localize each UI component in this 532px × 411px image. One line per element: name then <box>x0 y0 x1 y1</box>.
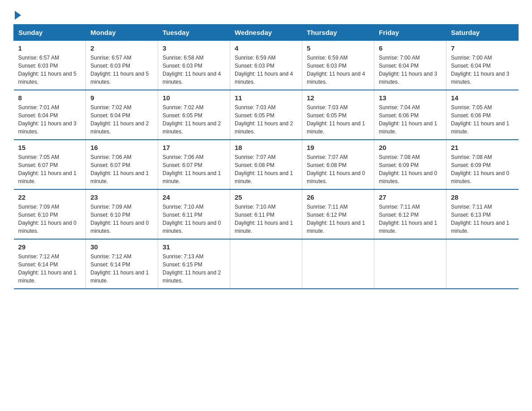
day-info: Sunrise: 7:05 AMSunset: 6:06 PMDaylight:… <box>451 104 509 135</box>
calendar-cell: 7 Sunrise: 7:00 AMSunset: 6:04 PMDayligh… <box>446 41 519 90</box>
day-info: Sunrise: 7:11 AMSunset: 6:12 PMDaylight:… <box>379 204 437 234</box>
day-number: 10 <box>163 94 225 102</box>
day-number: 13 <box>379 94 442 102</box>
calendar-cell: 19 Sunrise: 7:07 AMSunset: 6:08 PMDaylig… <box>302 140 374 189</box>
day-info: Sunrise: 7:00 AMSunset: 6:04 PMDaylight:… <box>451 55 509 85</box>
page-header <box>13 9 519 20</box>
day-number: 26 <box>307 193 369 201</box>
calendar-cell <box>446 239 519 289</box>
day-number: 28 <box>451 193 514 201</box>
day-info: Sunrise: 7:02 AMSunset: 6:04 PMDaylight:… <box>90 104 149 135</box>
calendar-cell <box>302 239 374 289</box>
calendar-cell: 11 Sunrise: 7:03 AMSunset: 6:05 PMDaylig… <box>230 90 302 140</box>
day-info: Sunrise: 7:00 AMSunset: 6:04 PMDaylight:… <box>379 55 437 85</box>
week-row-2: 8 Sunrise: 7:01 AMSunset: 6:04 PMDayligh… <box>14 90 519 140</box>
day-number: 8 <box>18 94 82 102</box>
day-info: Sunrise: 6:57 AMSunset: 6:03 PMDaylight:… <box>18 55 77 85</box>
weekday-header-wednesday: Wednesday <box>230 25 302 41</box>
calendar-cell: 20 Sunrise: 7:08 AMSunset: 6:09 PMDaylig… <box>374 140 446 189</box>
day-number: 16 <box>90 144 153 151</box>
weekday-header-sunday: Sunday <box>14 25 86 41</box>
day-info: Sunrise: 7:11 AMSunset: 6:13 PMDaylight:… <box>451 204 509 234</box>
calendar-cell: 3 Sunrise: 6:58 AMSunset: 6:03 PMDayligh… <box>158 41 230 90</box>
day-number: 6 <box>379 44 442 52</box>
day-info: Sunrise: 7:09 AMSunset: 6:10 PMDaylight:… <box>18 204 77 234</box>
calendar-cell: 17 Sunrise: 7:06 AMSunset: 6:07 PMDaylig… <box>158 140 230 189</box>
calendar-cell: 14 Sunrise: 7:05 AMSunset: 6:06 PMDaylig… <box>446 90 519 140</box>
weekday-header-tuesday: Tuesday <box>158 25 230 41</box>
week-row-3: 15 Sunrise: 7:05 AMSunset: 6:07 PMDaylig… <box>14 140 519 189</box>
weekday-header-row: SundayMondayTuesdayWednesdayThursdayFrid… <box>14 25 519 41</box>
calendar-cell: 25 Sunrise: 7:10 AMSunset: 6:11 PMDaylig… <box>230 189 302 239</box>
logo <box>13 9 21 20</box>
calendar-cell: 16 Sunrise: 7:06 AMSunset: 6:07 PMDaylig… <box>86 140 158 189</box>
day-info: Sunrise: 6:58 AMSunset: 6:03 PMDaylight:… <box>163 55 221 85</box>
day-number: 9 <box>90 94 153 102</box>
day-info: Sunrise: 7:13 AMSunset: 6:15 PMDaylight:… <box>163 253 221 284</box>
day-number: 23 <box>90 193 153 201</box>
day-number: 27 <box>379 193 442 201</box>
calendar-cell: 2 Sunrise: 6:57 AMSunset: 6:03 PMDayligh… <box>86 41 158 90</box>
calendar-cell: 13 Sunrise: 7:04 AMSunset: 6:06 PMDaylig… <box>374 90 446 140</box>
day-info: Sunrise: 7:09 AMSunset: 6:10 PMDaylight:… <box>90 204 149 234</box>
day-number: 4 <box>235 44 297 52</box>
day-number: 3 <box>163 44 225 52</box>
calendar-cell: 15 Sunrise: 7:05 AMSunset: 6:07 PMDaylig… <box>14 140 86 189</box>
day-info: Sunrise: 7:07 AMSunset: 6:08 PMDaylight:… <box>307 154 365 184</box>
calendar-cell: 21 Sunrise: 7:08 AMSunset: 6:09 PMDaylig… <box>446 140 519 189</box>
day-info: Sunrise: 7:06 AMSunset: 6:07 PMDaylight:… <box>90 154 149 184</box>
day-info: Sunrise: 7:08 AMSunset: 6:09 PMDaylight:… <box>451 154 509 184</box>
day-number: 31 <box>163 243 225 251</box>
week-row-5: 29 Sunrise: 7:12 AMSunset: 6:14 PMDaylig… <box>14 239 519 289</box>
day-number: 14 <box>451 94 514 102</box>
day-number: 22 <box>18 193 82 201</box>
calendar-cell: 29 Sunrise: 7:12 AMSunset: 6:14 PMDaylig… <box>14 239 86 289</box>
day-info: Sunrise: 7:07 AMSunset: 6:08 PMDaylight:… <box>235 154 293 184</box>
day-info: Sunrise: 7:03 AMSunset: 6:05 PMDaylight:… <box>235 104 293 135</box>
day-number: 1 <box>18 44 82 52</box>
day-number: 30 <box>90 243 153 251</box>
calendar-cell <box>374 239 446 289</box>
weekday-header-monday: Monday <box>86 25 158 41</box>
day-info: Sunrise: 7:05 AMSunset: 6:07 PMDaylight:… <box>18 154 77 184</box>
day-number: 5 <box>307 44 369 52</box>
calendar-cell: 4 Sunrise: 6:59 AMSunset: 6:03 PMDayligh… <box>230 41 302 90</box>
day-info: Sunrise: 7:04 AMSunset: 6:06 PMDaylight:… <box>379 104 437 135</box>
calendar-cell: 24 Sunrise: 7:10 AMSunset: 6:11 PMDaylig… <box>158 189 230 239</box>
day-number: 2 <box>90 44 153 52</box>
calendar-cell: 8 Sunrise: 7:01 AMSunset: 6:04 PMDayligh… <box>14 90 86 140</box>
day-info: Sunrise: 6:57 AMSunset: 6:03 PMDaylight:… <box>90 55 149 85</box>
calendar-cell: 31 Sunrise: 7:13 AMSunset: 6:15 PMDaylig… <box>158 239 230 289</box>
day-info: Sunrise: 6:59 AMSunset: 6:03 PMDaylight:… <box>307 55 365 85</box>
day-number: 20 <box>379 144 442 151</box>
day-number: 11 <box>235 94 297 102</box>
calendar-cell: 30 Sunrise: 7:12 AMSunset: 6:14 PMDaylig… <box>86 239 158 289</box>
calendar-cell: 23 Sunrise: 7:09 AMSunset: 6:10 PMDaylig… <box>86 189 158 239</box>
day-info: Sunrise: 7:12 AMSunset: 6:14 PMDaylight:… <box>90 253 149 284</box>
calendar-cell: 28 Sunrise: 7:11 AMSunset: 6:13 PMDaylig… <box>446 189 519 239</box>
calendar-cell: 9 Sunrise: 7:02 AMSunset: 6:04 PMDayligh… <box>86 90 158 140</box>
day-number: 18 <box>235 144 297 151</box>
day-info: Sunrise: 7:11 AMSunset: 6:12 PMDaylight:… <box>307 204 365 234</box>
day-number: 24 <box>163 193 225 201</box>
day-info: Sunrise: 7:06 AMSunset: 6:07 PMDaylight:… <box>163 154 221 184</box>
day-number: 7 <box>451 44 514 52</box>
calendar-cell: 5 Sunrise: 6:59 AMSunset: 6:03 PMDayligh… <box>302 41 374 90</box>
calendar-cell: 22 Sunrise: 7:09 AMSunset: 6:10 PMDaylig… <box>14 189 86 239</box>
weekday-header-saturday: Saturday <box>446 25 519 41</box>
day-number: 15 <box>18 144 82 151</box>
day-info: Sunrise: 7:01 AMSunset: 6:04 PMDaylight:… <box>18 104 77 135</box>
calendar-cell: 1 Sunrise: 6:57 AMSunset: 6:03 PMDayligh… <box>14 41 86 90</box>
day-info: Sunrise: 7:08 AMSunset: 6:09 PMDaylight:… <box>379 154 437 184</box>
day-number: 29 <box>18 243 82 251</box>
logo-arrow-icon <box>15 11 21 20</box>
day-number: 21 <box>451 144 514 151</box>
calendar-cell: 26 Sunrise: 7:11 AMSunset: 6:12 PMDaylig… <box>302 189 374 239</box>
day-info: Sunrise: 7:02 AMSunset: 6:05 PMDaylight:… <box>163 104 221 135</box>
weekday-header-thursday: Thursday <box>302 25 374 41</box>
calendar-cell: 18 Sunrise: 7:07 AMSunset: 6:08 PMDaylig… <box>230 140 302 189</box>
week-row-1: 1 Sunrise: 6:57 AMSunset: 6:03 PMDayligh… <box>14 41 519 90</box>
calendar-cell: 12 Sunrise: 7:03 AMSunset: 6:05 PMDaylig… <box>302 90 374 140</box>
calendar-table: SundayMondayTuesdayWednesdayThursdayFrid… <box>13 24 519 289</box>
day-info: Sunrise: 7:10 AMSunset: 6:11 PMDaylight:… <box>163 204 221 234</box>
